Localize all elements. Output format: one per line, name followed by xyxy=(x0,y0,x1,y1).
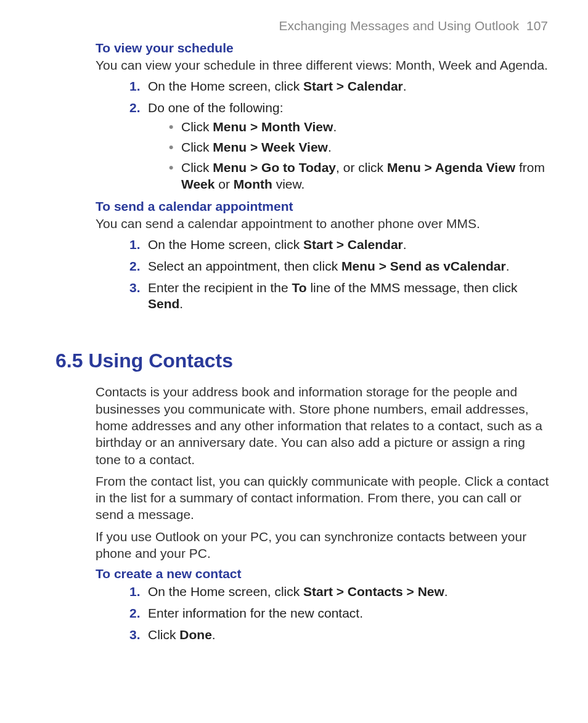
text-run: . xyxy=(212,627,216,642)
step-item: 1. On the Home screen, click Start > Cal… xyxy=(129,237,551,253)
subhead-view-schedule: To view your schedule xyxy=(55,41,551,55)
text-run: Enter information for the new contact. xyxy=(148,606,363,620)
bullet-item: Click Menu > Go to Today, or click Menu … xyxy=(169,160,551,193)
text-run: On the Home screen, click xyxy=(148,584,303,598)
contacts-para-1: Contacts is your address book and inform… xyxy=(55,383,551,467)
text-bold: Start > Calendar xyxy=(303,79,403,93)
step-item: 1. On the Home screen, click Start > Cal… xyxy=(129,78,551,95)
contacts-para-3: If you use Outlook on your PC, you can s… xyxy=(55,528,551,562)
text-run: Do one of the following: xyxy=(148,100,283,115)
text-bold: Menu > Week View xyxy=(213,140,328,154)
text-bold: To xyxy=(292,280,306,295)
step-item: 3. Enter the recipient in the To line of… xyxy=(129,280,551,313)
step-number: 1. xyxy=(129,78,141,95)
text-bold: Start > Calendar xyxy=(303,237,403,251)
step-item: 3. Click Done. xyxy=(129,627,551,643)
text-run: . xyxy=(403,237,407,251)
text-run: Click xyxy=(148,627,179,642)
header-title: Exchanging Messages and Using Outlook xyxy=(279,18,519,33)
text-bold: Done xyxy=(179,627,212,642)
text-bold: Send xyxy=(148,296,179,311)
intro-view-schedule: You can view your schedule in three diff… xyxy=(55,57,551,73)
text-run: Click xyxy=(181,120,213,134)
text-run: . xyxy=(403,79,407,93)
text-bold: Menu > Agenda View xyxy=(387,160,515,174)
step-number: 1. xyxy=(129,237,141,253)
steps-create-contact: 1. On the Home screen, click Start > Con… xyxy=(55,584,551,643)
subhead-create-contact: To create a new contact xyxy=(55,566,551,581)
step-number: 3. xyxy=(129,280,141,296)
step-item: 2. Do one of the following: Click Menu >… xyxy=(129,100,551,192)
bullet-list: Click Menu > Month View. Click Menu > We… xyxy=(148,119,551,193)
text-bold: Week xyxy=(181,177,214,191)
text-run: Select an appointment, then click xyxy=(148,259,341,273)
text-run: line of the MMS message, then click xyxy=(307,280,518,295)
text-run: On the Home screen, click xyxy=(148,237,303,251)
text-run: . xyxy=(179,296,183,311)
text-run: from xyxy=(515,160,545,174)
text-run: . xyxy=(328,140,332,154)
step-item: 2. Enter information for the new contact… xyxy=(129,605,551,622)
step-number: 1. xyxy=(129,584,141,600)
step-item: 2. Select an appointment, then click Men… xyxy=(129,258,551,275)
intro-send-appointment: You can send a calendar appointment to a… xyxy=(55,215,551,232)
text-bold: Menu > Month View xyxy=(213,120,333,134)
text-run: . xyxy=(444,584,448,598)
document-page: Exchanging Messages and Using Outlook 10… xyxy=(0,0,588,674)
text-bold: Menu > Go to Today xyxy=(213,160,336,174)
step-number: 2. xyxy=(129,605,141,622)
text-bold: Start > Contacts > New xyxy=(303,584,444,598)
text-run: Enter the recipient in the xyxy=(148,280,292,295)
text-run: Click xyxy=(181,140,213,154)
steps-view-schedule: 1. On the Home screen, click Start > Cal… xyxy=(55,78,551,192)
subhead-send-appointment: To send a calendar appointment xyxy=(55,199,551,214)
text-bold: Month xyxy=(234,177,272,191)
page-number: 107 xyxy=(526,18,548,33)
section-title-using-contacts: 6.5 Using Contacts xyxy=(55,349,551,372)
step-number: 2. xyxy=(129,258,141,275)
page-header: Exchanging Messages and Using Outlook 10… xyxy=(55,18,551,33)
bullet-item: Click Menu > Month View. xyxy=(169,119,551,136)
text-bold: Menu > Send as vCalendar xyxy=(341,259,506,273)
step-item: 1. On the Home screen, click Start > Con… xyxy=(129,584,551,600)
text-run: , or click xyxy=(336,160,387,174)
text-run: or xyxy=(214,177,233,191)
step-number: 2. xyxy=(129,100,141,116)
text-run: . xyxy=(333,120,337,134)
text-run: view. xyxy=(272,177,305,191)
text-run: On the Home screen, click xyxy=(148,79,303,93)
text-run: . xyxy=(506,259,510,273)
step-number: 3. xyxy=(129,627,141,643)
text-run: Click xyxy=(181,160,213,174)
bullet-item: Click Menu > Week View. xyxy=(169,139,551,156)
steps-send-appointment: 1. On the Home screen, click Start > Cal… xyxy=(55,237,551,313)
contacts-para-2: From the contact list, you can quickly c… xyxy=(55,473,551,523)
